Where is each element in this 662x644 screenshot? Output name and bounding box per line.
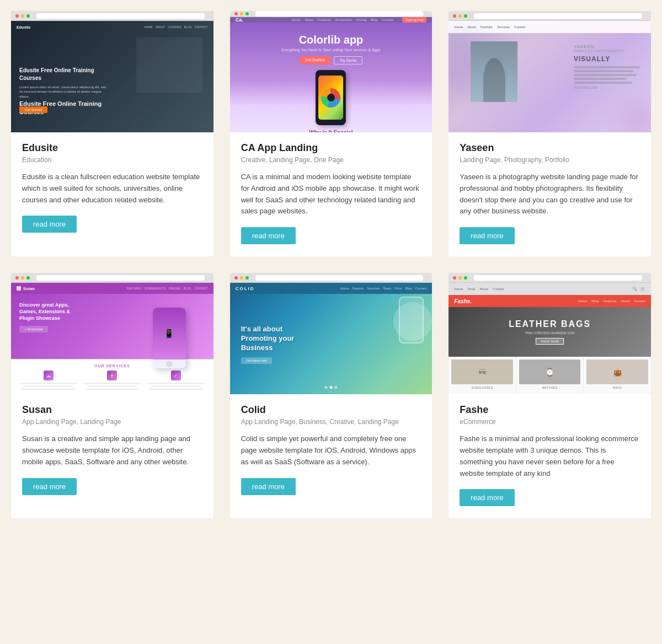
card-fashe: Home Shop About Contact 🔍 🛒 Fashe. Home — [449, 273, 651, 518]
fashe-logo: Fashe. — [454, 298, 472, 304]
ca-phone — [316, 70, 346, 125]
colid-nav-dots — [324, 386, 337, 389]
fashe-product-label-sunglasses: SUNGLASSES — [472, 386, 493, 389]
fashe-product-watches: ⌚ WATCHES — [516, 357, 584, 394]
yaseen-nav-portfolio: Portfolio — [481, 25, 493, 29]
colid-dot-3 — [334, 386, 337, 389]
browser-bar-colid — [230, 273, 433, 283]
card-desc-susan: Susan is a creative and simple app landi… — [22, 433, 202, 468]
dot-green-susan — [26, 276, 30, 280]
ca-nav-blog: Blog — [371, 18, 377, 22]
susan-tagline: Discover great Apps, Games, Extensions &… — [19, 302, 86, 321]
dot-yellow-fashe — [458, 276, 462, 280]
ca-thumb-header: Ca. Home About Products Screenshot Prici… — [230, 17, 433, 23]
ca-nav-contact: Contact — [382, 18, 393, 22]
colid-headline: It's all about Promoting your Business — [241, 325, 313, 353]
thumbnail-yaseen: Home About Portfolio Services Contact — [449, 11, 651, 132]
browser-bar-yaseen — [449, 11, 651, 21]
card-desc-fashe: Fashe is a minimal and professional look… — [460, 433, 640, 479]
card-content-ca: CA App Landing Creative, Landing Page, O… — [230, 132, 433, 256]
susan-phone-screen: 📱 — [153, 308, 186, 359]
read-more-button-edusite[interactable]: read more — [22, 216, 77, 233]
fashe-product-label-bag: BAGS — [613, 386, 622, 389]
ca-thumb-title: Colorlib app — [299, 34, 364, 46]
thumbnail-fashe: Home Shop About Contact 🔍 🛒 Fashe. Home — [449, 273, 651, 394]
fashe-nav-home: Home — [578, 299, 587, 303]
ca-nav: Home About Products Screenshot Pricing B… — [291, 18, 393, 22]
ca-nav-about: About — [305, 18, 313, 22]
card-desc-yaseen: Yaseen is a photography website landing … — [460, 171, 640, 217]
yaseen-thumb-nav: Home About Portfolio Services Contact — [454, 25, 525, 29]
card-tags-edusite: Education — [22, 156, 202, 164]
fashe-product-label-watch: WATCHES — [542, 386, 558, 389]
fashe-thumb-body: Home Shop About Contact 🔍 🛒 Fashe. Home — [449, 283, 651, 394]
card-content-fashe: Fashe eCommerce Fashe is a minimal and p… — [449, 394, 651, 518]
dot-green-yaseen — [464, 14, 467, 18]
card-tags-susan: App Landing Page, Landing Page — [22, 418, 202, 426]
read-more-button-ca[interactable]: read more — [241, 227, 296, 244]
fashe-nav-shop: Shop — [591, 299, 599, 303]
thumbnail-ca-app: Ca. Home About Products Screenshot Prici… — [230, 11, 433, 132]
fashe-nav: Home Shop Features About Contact — [578, 299, 645, 303]
fashe-product-img-watch: ⌚ — [519, 359, 581, 384]
ca-nav-products: Products — [318, 18, 331, 22]
card-tags-ca: Creative, Landing Page, One Page — [241, 156, 421, 164]
browser-bar-ca — [230, 11, 433, 17]
dot-yellow-colid — [240, 276, 243, 280]
read-more-button-yaseen[interactable]: read more — [460, 227, 514, 244]
dot-red-edusite — [15, 14, 19, 18]
yaseen-desc-lines — [574, 66, 640, 84]
dot-red-colid — [234, 276, 238, 280]
card-edusite: Edusite HOME ABOUT COURSES BLOG CONTACT … — [11, 11, 213, 256]
colid-logo: COLID — [236, 286, 255, 291]
dot-yellow-yaseen — [458, 14, 462, 18]
browser-url-ca — [255, 11, 424, 17]
read-more-button-susan[interactable]: read more — [22, 478, 77, 495]
card-title-ca: CA App Landing — [241, 142, 421, 154]
card-content-susan: Susan App Landing Page, Landing Page Sus… — [11, 394, 213, 507]
browser-url-edusite — [36, 13, 205, 19]
card-desc-ca: CA is a minimal and modern looking websi… — [241, 171, 421, 217]
ca-logo: Ca. — [236, 17, 243, 23]
colid-nav-services: Services — [367, 287, 380, 290]
fashe-nav-contact: Contact — [634, 299, 645, 303]
card-desc-colid: Colid is simple yet powerful and complet… — [241, 433, 421, 468]
card-title-colid: Colid — [241, 404, 421, 416]
susan-logo: Susan — [23, 287, 35, 291]
susan-thumb-body: Susan FEATURES SCREENSHOTS PRICING BLOG … — [11, 283, 213, 394]
ca-thumb-subtitle: Everything You Need to Start selling You… — [281, 48, 380, 52]
yaseen-thumb-body: Home About Portfolio Services Contact — [449, 21, 651, 132]
browser-url-susan — [36, 275, 205, 281]
fashe-nav-about: About — [621, 299, 630, 303]
dot-yellow-susan — [21, 276, 24, 280]
card-susan: Susan FEATURES SCREENSHOTS PRICING BLOG … — [11, 273, 213, 518]
yaseen-visually-text: VISUALLY — [574, 55, 640, 63]
susan-thumb-header: Susan FEATURES SCREENSHOTS PRICING BLOG … — [11, 283, 213, 294]
fashe-product-img-sunglasses: 🕶 — [451, 359, 513, 384]
dot-green-edusite — [26, 14, 30, 18]
dot-red-ca — [234, 12, 238, 15]
fashe-thumb-header: Fashe. Home Shop Features About Contact — [449, 295, 651, 307]
dot-yellow-edusite — [21, 14, 24, 18]
dot-green-colid — [245, 276, 249, 280]
fashe-hero-subtitle: New collection available now — [509, 331, 591, 335]
read-more-button-colid[interactable]: read more — [241, 478, 296, 495]
card-content-yaseen: Yaseen Landing Page, Photography, Portfo… — [449, 132, 651, 256]
browser-bar-susan — [11, 273, 213, 283]
ca-thumb-body: Colorlib app Everything You Need to Star… — [230, 23, 433, 132]
fashe-nav-features: Features — [604, 299, 617, 303]
fashe-product-img-bag: 👜 — [586, 359, 648, 384]
card-title-edusite: Edusite — [22, 142, 202, 154]
dot-red-yaseen — [453, 14, 456, 18]
card-ca-app: Ca. Home About Products Screenshot Prici… — [230, 11, 433, 256]
card-colid: COLID Home Feature Services Team Price B… — [230, 273, 433, 518]
colid-thumb-content: It's all about Promoting your Business G… — [230, 294, 433, 394]
ca-nav-screenshot: Screenshot — [335, 18, 352, 22]
ca-phone-screen — [318, 76, 343, 120]
fashe-thumb-hero: LEATHER BAGS New collection available no… — [449, 307, 651, 357]
fashe-shop-now-button: SHOP NOW — [536, 338, 564, 345]
browser-url-fashe — [474, 275, 642, 281]
colid-nav: Home Feature Services Team Price Blog Co… — [340, 287, 427, 290]
read-more-button-fashe[interactable]: read more — [460, 489, 514, 506]
fashe-product-bags: 👜 BAGS — [584, 357, 651, 394]
